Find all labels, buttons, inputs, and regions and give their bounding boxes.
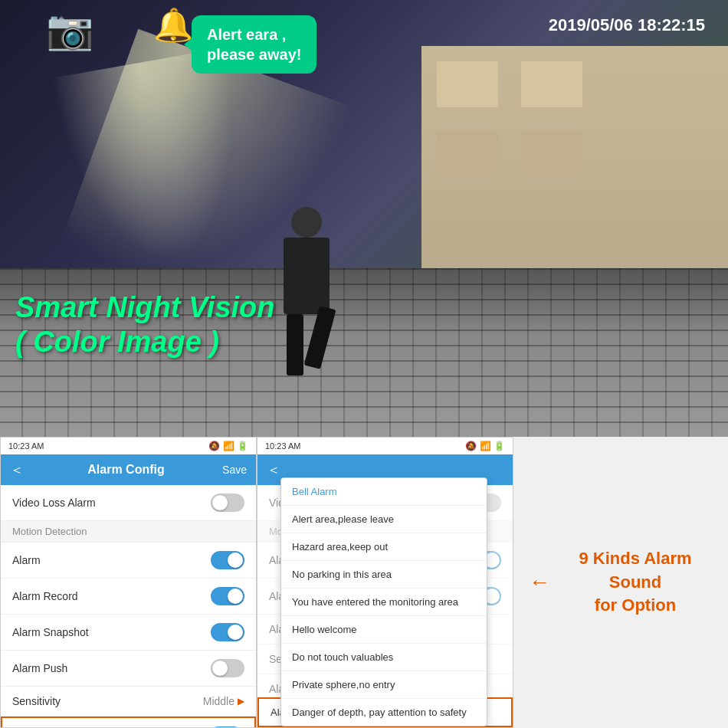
sensitivity-value: Middle bbox=[203, 695, 234, 707]
sensitivity-arrow-icon: ▶ bbox=[238, 696, 244, 707]
right-status-bar: 10:23 AM 🔕 📶 🔋 bbox=[257, 438, 513, 454]
right-phone-panel: 10:23 AM 🔕 📶 🔋 ＜ Video Motio... Alarm Al… bbox=[257, 437, 513, 728]
hero-title: Smart Night Vision ( Color Image ) bbox=[15, 290, 275, 360]
datetime-display: 2019/05/06 18:22:15 bbox=[549, 15, 705, 35]
arrow-left-icon: ← bbox=[529, 570, 550, 595]
dropdown-item-8[interactable]: Danger of depth, pay attention to safety bbox=[281, 699, 487, 726]
alarm-record-row: Alarm Record bbox=[1, 579, 256, 615]
left-status-bar: 10:23 AM 🔕 📶 🔋 bbox=[1, 438, 256, 454]
sensitivity-row: Sensitivity Middle ▶ bbox=[1, 687, 256, 717]
alarm-record-toggle[interactable] bbox=[211, 587, 244, 605]
video-loss-label: Video Loss Alarm bbox=[12, 497, 96, 509]
dropdown-item-3[interactable]: No parking in this area bbox=[281, 561, 487, 589]
left-phone-content: Video Loss Alarm Motion Detection Alarm … bbox=[1, 485, 256, 728]
annotation-area: ← 9 Kinds Alarm Sound for Option bbox=[513, 437, 728, 728]
alarm-sound-row: Alarm Sound bbox=[1, 717, 256, 728]
dropdown-item-5[interactable]: Hello welcome bbox=[281, 616, 487, 644]
annotation-text: 9 Kinds Alarm Sound for Option bbox=[558, 547, 713, 618]
motion-detection-label: Motion Detection bbox=[12, 526, 87, 537]
left-header-title: Alarm Config bbox=[30, 463, 222, 477]
alarm-push-row: Alarm Push bbox=[1, 651, 256, 687]
left-phone-header: ＜ Alarm Config Save bbox=[1, 454, 256, 485]
dropdown-item-2[interactable]: Hazard area,keep out bbox=[281, 533, 487, 561]
hero-section: 📷 🔔 Alert eara , please away! 2019/05/06… bbox=[0, 0, 728, 437]
dropdown-item-0[interactable]: Bell Alarm bbox=[281, 478, 487, 506]
left-back-button[interactable]: ＜ bbox=[10, 461, 24, 479]
video-loss-toggle[interactable] bbox=[211, 494, 244, 512]
left-status-icons: 🔕 📶 🔋 bbox=[208, 441, 248, 451]
alarm-snapshot-row: Alarm Snapshot bbox=[1, 615, 256, 651]
person-silhouette bbox=[268, 207, 345, 375]
dropdown-item-7[interactable]: Private sphere,no entry bbox=[281, 671, 487, 699]
dropdown-item-1[interactable]: Alert area,please leave bbox=[281, 506, 487, 533]
alarm-snapshot-label: Alarm Snapshot bbox=[12, 626, 89, 638]
left-save-button[interactable]: Save bbox=[222, 464, 247, 476]
left-phone-panel: 10:23 AM 🔕 📶 🔋 ＜ Alarm Config Save Video… bbox=[0, 437, 257, 728]
alarm-sound-dropdown: Bell Alarm Alert area,please leave Hazar… bbox=[280, 477, 487, 726]
right-status-icons: 🔕 📶 🔋 bbox=[465, 441, 505, 451]
alarm-label: Alarm bbox=[12, 554, 41, 566]
sensitivity-label: Sensitivity bbox=[12, 695, 61, 707]
dropdown-item-6[interactable]: Do not touch valuables bbox=[281, 644, 487, 671]
alarm-snapshot-toggle[interactable] bbox=[211, 623, 244, 641]
alert-bubble: Alert eara , please away! bbox=[192, 15, 316, 74]
alarm-row: Alarm bbox=[1, 543, 256, 579]
left-time: 10:23 AM bbox=[8, 441, 44, 451]
right-back-button[interactable]: ＜ bbox=[267, 461, 280, 479]
camera-icon: 📷 bbox=[46, 8, 93, 52]
alarm-toggle[interactable] bbox=[211, 551, 244, 569]
right-time: 10:23 AM bbox=[265, 441, 300, 451]
alarm-record-label: Alarm Record bbox=[12, 590, 78, 602]
video-loss-row: Video Loss Alarm bbox=[1, 485, 256, 521]
alarm-push-label: Alarm Push bbox=[12, 662, 67, 674]
panels-area: 10:23 AM 🔕 📶 🔋 ＜ Alarm Config Save Video… bbox=[0, 437, 728, 728]
dropdown-item-4[interactable]: You have entered the monitoring area bbox=[281, 589, 487, 616]
alarm-push-toggle[interactable] bbox=[211, 659, 244, 677]
motion-detection-header: Motion Detection bbox=[1, 521, 256, 543]
